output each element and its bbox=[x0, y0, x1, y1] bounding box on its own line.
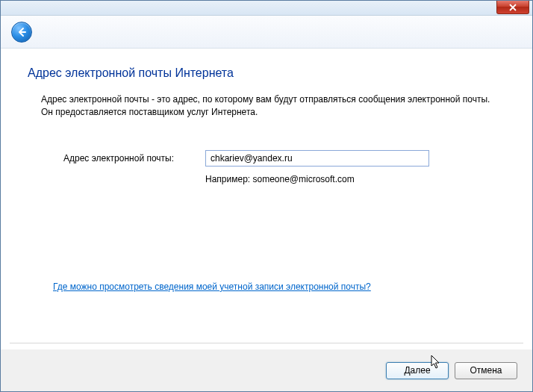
email-label: Адрес электронной почты: bbox=[63, 153, 205, 164]
page-title: Адрес электронной почты Интернета bbox=[28, 66, 505, 80]
help-link[interactable]: Где можно просмотреть сведения моей учет… bbox=[53, 281, 371, 292]
header-strip bbox=[1, 16, 532, 49]
next-button[interactable]: Далее bbox=[386, 362, 449, 379]
back-button[interactable] bbox=[11, 22, 32, 43]
footer-divider bbox=[10, 343, 523, 343]
content-area: Адрес электронной почты Интернета Адрес … bbox=[1, 49, 532, 184]
cancel-button[interactable]: Отмена bbox=[455, 362, 517, 379]
titlebar bbox=[1, 1, 532, 16]
email-hint: Например: someone@microsoft.com bbox=[28, 174, 505, 184]
email-input[interactable] bbox=[205, 150, 429, 167]
footer: Далее Отмена bbox=[1, 349, 532, 391]
close-button[interactable] bbox=[496, 1, 529, 14]
close-icon bbox=[509, 4, 517, 11]
back-arrow-icon bbox=[16, 27, 27, 37]
email-row: Адрес электронной почты: bbox=[28, 150, 505, 167]
page-description: Адрес электронной почты - это адрес, по … bbox=[28, 93, 505, 119]
